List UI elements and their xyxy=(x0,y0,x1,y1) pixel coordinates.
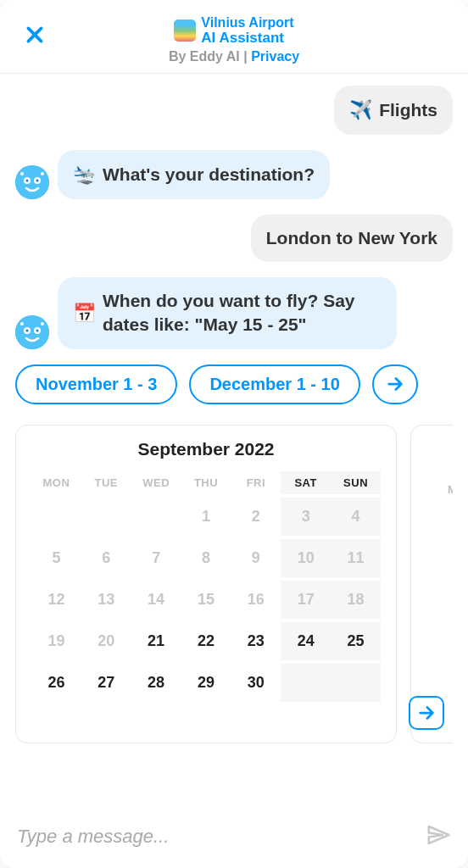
day-of-week: MON xyxy=(426,478,453,501)
svg-point-7 xyxy=(15,315,49,349)
calendar-day xyxy=(281,664,331,702)
message-row: 📅 When do you want to fly? Say dates lik… xyxy=(15,277,453,349)
bot-avatar xyxy=(15,315,49,349)
close-button[interactable] xyxy=(24,24,46,49)
calendar-day[interactable]: 23 xyxy=(231,622,281,660)
day-of-week: THU xyxy=(181,471,231,494)
subtitle-prefix: By Eddy AI xyxy=(169,49,240,64)
bot-bubble: 📅 When do you want to fly? Say dates lik… xyxy=(58,277,397,349)
title-row: Vilnius Airport AI Assistant xyxy=(17,15,451,46)
svg-point-3 xyxy=(26,179,29,181)
calendar-day: 16 xyxy=(231,581,281,619)
calendar-day[interactable]: 21 xyxy=(131,622,181,660)
airplane-icon: ✈️ xyxy=(349,97,372,123)
message-row: ✈️ Flights xyxy=(15,86,453,135)
message-row: London to New York xyxy=(15,214,453,262)
calendar-day: 4 xyxy=(331,498,381,536)
user-bubble: London to New York xyxy=(251,214,453,262)
svg-point-10 xyxy=(26,329,29,331)
header: Vilnius Airport AI Assistant By Eddy AI … xyxy=(0,0,468,74)
calendar-row: September 2022 MONTUEWEDTHUFRISATSUN1234… xyxy=(15,425,453,743)
calendar-day: 11 xyxy=(331,539,381,577)
day-of-week: SUN xyxy=(331,471,381,494)
calendar-day: 18 xyxy=(331,581,381,619)
arrow-right-icon xyxy=(386,375,404,393)
calendar-day: 19 xyxy=(31,622,81,660)
message-row: 🛬 What's your destination? xyxy=(15,150,453,199)
close-icon xyxy=(24,24,46,46)
calendar-day[interactable]: 24 xyxy=(426,653,453,691)
subtitle: By Eddy AI | Privacy xyxy=(17,49,451,64)
footer xyxy=(0,805,468,868)
logo-icon xyxy=(174,19,196,42)
calendar-title: September 2022 xyxy=(31,439,381,459)
calendar-day: 20 xyxy=(81,622,131,660)
day-of-week: MON xyxy=(31,471,81,494)
day-of-week: SAT xyxy=(281,471,331,494)
bot-avatar xyxy=(15,165,49,199)
chat-body: ✈️ Flights 🛬 What's your destination? xyxy=(0,74,468,805)
day-of-week: TUE xyxy=(81,471,131,494)
calendar-next-button[interactable] xyxy=(409,696,444,730)
calendar-grid: MONTUEWEDTHUFRISATSUN1234567891011121314… xyxy=(31,471,381,702)
calendar-day[interactable]: 25 xyxy=(331,622,381,660)
robot-icon xyxy=(15,315,49,349)
calendar-day[interactable]: 22 xyxy=(181,622,231,660)
message-text: London to New York xyxy=(266,226,437,250)
robot-icon xyxy=(15,165,49,199)
svg-point-12 xyxy=(20,322,24,326)
calendar-day: 2 xyxy=(231,498,281,536)
calendar-icon: 📅 xyxy=(73,301,96,326)
svg-point-6 xyxy=(41,172,44,175)
calendar-day: 1 xyxy=(181,498,231,536)
calendar-day: 5 xyxy=(31,539,81,577)
message-input[interactable] xyxy=(17,826,415,848)
calendar-day[interactable]: 17 xyxy=(426,611,453,649)
svg-point-11 xyxy=(36,329,39,331)
calendar-day xyxy=(426,504,453,525)
calendar-day: 10 xyxy=(281,539,331,577)
calendar-day: 3 xyxy=(281,498,331,536)
send-button[interactable] xyxy=(426,822,451,851)
day-of-week: WED xyxy=(131,471,181,494)
calendar-day[interactable]: 26 xyxy=(31,664,81,702)
svg-point-4 xyxy=(36,179,39,181)
calendar-day: 17 xyxy=(281,581,331,619)
calendar-day: 6 xyxy=(81,539,131,577)
calendar-day[interactable]: 28 xyxy=(131,664,181,702)
calendar-day[interactable]: 27 xyxy=(81,664,131,702)
svg-point-5 xyxy=(20,172,24,175)
bot-bubble: 🛬 What's your destination? xyxy=(58,150,330,199)
arrow-right-icon xyxy=(417,704,436,722)
day-of-week: FRI xyxy=(231,471,281,494)
calendar-day[interactable]: 3 xyxy=(426,528,453,566)
calendar-day: 12 xyxy=(31,581,81,619)
title-line1: Vilnius Airport xyxy=(201,15,293,31)
suggestion-chips: November 1 - 3 December 1 - 10 xyxy=(15,364,453,404)
subtitle-sep: | xyxy=(240,49,251,64)
calendar-day: 14 xyxy=(131,581,181,619)
privacy-link[interactable]: Privacy xyxy=(251,49,299,64)
calendar-day xyxy=(31,498,81,536)
calendar-day xyxy=(81,498,131,536)
message-text: Flights xyxy=(379,98,437,122)
calendar-day: 15 xyxy=(181,581,231,619)
calendar-day xyxy=(331,664,381,702)
calendar-day xyxy=(131,498,181,536)
calendar-day[interactable]: 24 xyxy=(281,622,331,660)
title-line2: AI Assistant xyxy=(201,31,293,47)
calendar-day: 13 xyxy=(81,581,131,619)
date-chip[interactable]: November 1 - 3 xyxy=(15,364,177,404)
calendar-day: 8 xyxy=(181,539,231,577)
send-icon xyxy=(426,822,451,848)
calendar-day: 9 xyxy=(231,539,281,577)
message-text: When do you want to fly? Say dates like:… xyxy=(103,289,382,337)
svg-point-0 xyxy=(15,165,49,199)
svg-point-13 xyxy=(41,322,44,326)
date-chip[interactable]: December 1 - 10 xyxy=(189,364,359,404)
calendar-day: 7 xyxy=(131,539,181,577)
calendar-day[interactable]: 29 xyxy=(181,664,231,702)
calendar-day[interactable]: 30 xyxy=(231,664,281,702)
more-chips-button[interactable] xyxy=(372,364,418,404)
calendar: September 2022 MONTUEWEDTHUFRISATSUN1234… xyxy=(15,425,397,743)
